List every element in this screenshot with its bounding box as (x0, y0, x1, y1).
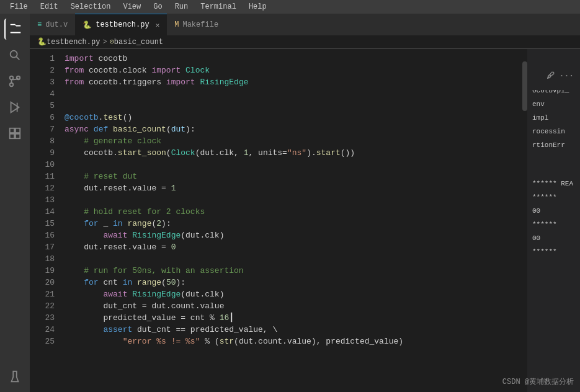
activity-source-control-icon[interactable] (4, 71, 25, 92)
code-line-5 (65, 100, 522, 112)
side-item-8: 00 (527, 204, 580, 218)
code-line-1: import cocotb (65, 53, 522, 65)
code-line-21: await RisingEdge(dut.clk) (65, 288, 522, 300)
makefile-file-icon: M (174, 20, 179, 29)
menu-edit[interactable]: Edit (35, 1, 63, 12)
code-line-18 (65, 253, 522, 265)
code-line-12: dut.reset.value = 1 (65, 182, 522, 194)
right-panel: wrong thing youfor some 🖊 ··· ocotbvpi_ … (527, 49, 580, 392)
side-item-11: ****** (527, 245, 580, 259)
side-item-10: 00 (527, 231, 580, 245)
tab-testbench[interactable]: 🐍 testbench.py ✕ (75, 14, 167, 35)
svg-rect-9 (10, 134, 14, 138)
activity-extensions-icon[interactable] (4, 123, 25, 144)
code-line-13 (65, 194, 522, 206)
line-numbers: 1 2 3 4 5 6 7 8 9 10 11 12 13 14 15 16 1 (30, 49, 62, 392)
svg-line-1 (16, 56, 19, 60)
side-item-5 (527, 152, 580, 177)
code-editor-wrapper: 1 2 3 4 5 6 7 8 9 10 11 12 13 14 15 16 1 (30, 49, 580, 392)
activity-files-icon[interactable] (4, 19, 25, 40)
code-line-16: await RisingEdge(dut.clk) (65, 229, 522, 241)
side-item-9: ****** (527, 218, 580, 231)
tab-makefile[interactable]: M Makefile (167, 14, 226, 35)
breadcrumb-symbol-icon: ⊙ (110, 37, 114, 47)
breadcrumb: 🐍 testbench.py > ⊙ basic_count (30, 35, 580, 49)
code-line-10 (65, 159, 522, 171)
tab-testbench-label: testbench.py (96, 20, 149, 29)
code-editor[interactable]: 1 2 3 4 5 6 7 8 9 10 11 12 13 14 15 16 1 (30, 49, 522, 392)
menu-run[interactable]: Run (170, 1, 194, 12)
code-line-9: cocotb.start_soon(Clock(dut.clk, 1, unit… (65, 147, 522, 159)
tooltip-overlay: wrong thing youfor some 🖊 ··· (527, 49, 580, 90)
code-line-8: # generate clock (65, 135, 522, 147)
activity-search-icon[interactable] (4, 45, 25, 66)
code-line-2: from cocotb.clock import Clock (65, 65, 522, 76)
svg-rect-10 (16, 134, 20, 138)
breadcrumb-file[interactable]: 🐍 (37, 37, 47, 47)
code-line-4 (65, 88, 522, 100)
breadcrumb-file-label: testbench.py (47, 38, 100, 47)
menu-selection[interactable]: Selection (66, 1, 116, 12)
menu-help[interactable]: Help (244, 1, 272, 12)
tabs-bar: ≡ dut.v 🐍 testbench.py ✕ M Makefile (30, 14, 580, 35)
side-item-3: rocessin (527, 125, 580, 138)
menu-terminal[interactable]: Terminal (195, 1, 241, 12)
code-line-20: for cnt in range(50): (65, 277, 522, 288)
code-line-11: # reset dut (65, 171, 522, 182)
code-line-25: "error %s != %s" % (str(dut.count.value)… (65, 336, 522, 347)
side-item-4: rtionErr (527, 138, 580, 152)
svg-point-0 (11, 51, 17, 58)
code-line-15: for _ in range(2): (65, 218, 522, 229)
svg-rect-8 (16, 128, 20, 133)
activity-bar (0, 14, 30, 392)
code-line-3: from cocotb.triggers import RisingEdge (65, 76, 522, 88)
code-content[interactable]: import cocotb from cocotb.clock import C… (62, 49, 522, 392)
watermark: CSDN @黄埔数据分析 (502, 376, 574, 387)
menu-view[interactable]: View (118, 1, 146, 12)
code-line-22: dut_cnt = dut.count.value (65, 300, 522, 312)
code-line-6: @cocotb.test() (65, 112, 522, 123)
code-line-24: assert dut_cnt == predicted_value, \ (65, 324, 522, 336)
svg-rect-7 (10, 128, 14, 133)
code-line-7: async def basic_count(dut): (65, 123, 522, 135)
code-line-17: dut.reset.value = 0 (65, 241, 522, 253)
menubar: File Edit Selection View Go Run Terminal… (0, 0, 580, 14)
tab-testbench-close[interactable]: ✕ (156, 21, 160, 29)
breadcrumb-separator: > (102, 38, 107, 47)
menu-file[interactable]: File (5, 1, 33, 12)
tab-dut[interactable]: ≡ dut.v (30, 14, 75, 35)
activity-test-icon[interactable] (4, 366, 25, 387)
side-item-2: impl (527, 111, 580, 125)
editor-area: ≡ dut.v 🐍 testbench.py ✕ M Makefile 🐍 te… (30, 14, 580, 392)
minimap: ocotbvpi_ env impl rocessin rtionErr ***… (527, 81, 580, 392)
code-line-23: predicted_value = cnt % 16┃ (65, 312, 522, 324)
side-list: ocotbvpi_ env impl rocessin rtionErr ***… (527, 81, 580, 261)
tab-makefile-label: Makefile (182, 20, 218, 29)
editor-scrollbar[interactable] (522, 49, 527, 392)
code-line-19: # run for 50ns, with an assertion (65, 265, 522, 277)
code-line-14: # hold reset for 2 clocks (65, 206, 522, 218)
side-item-7: ****** (527, 190, 580, 204)
scrollbar-thumb[interactable] (522, 61, 527, 111)
menu-go[interactable]: Go (148, 1, 167, 12)
dut-file-icon: ≡ (37, 20, 42, 29)
tab-dut-label: dut.v (45, 20, 68, 29)
svg-point-2 (10, 83, 14, 87)
side-item-6: ****** REA (527, 177, 580, 190)
side-item-1: env (527, 97, 580, 111)
testbench-file-icon: 🐍 (83, 20, 92, 30)
activity-run-icon[interactable] (4, 97, 25, 118)
breadcrumb-symbol: basic_count (114, 38, 163, 47)
